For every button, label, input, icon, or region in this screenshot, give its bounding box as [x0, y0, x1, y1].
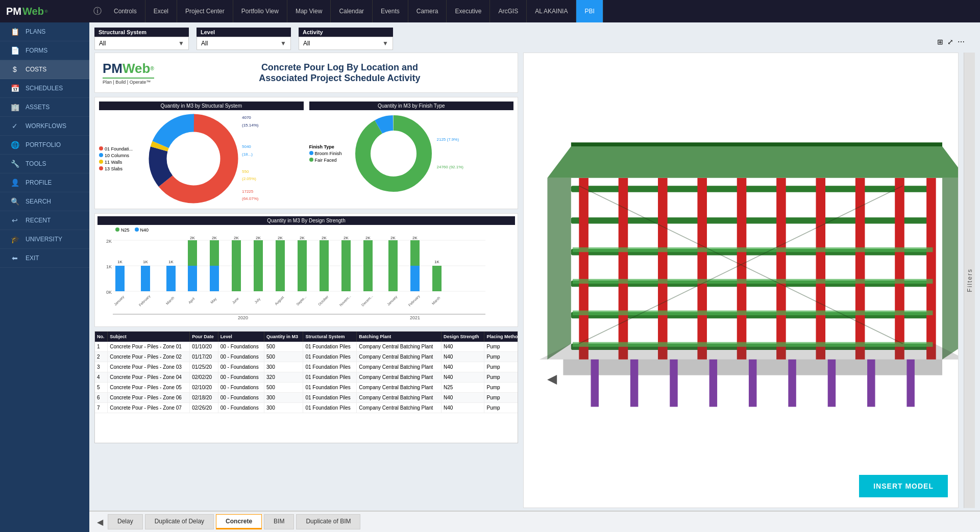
sidebar-item[interactable]: ✓WORKFLOWS: [0, 117, 89, 136]
table-cell: Pump: [484, 383, 518, 393]
logo-area: PMWeb ®: [0, 0, 89, 22]
table-cell: Pump: [484, 372, 518, 383]
bottom-tab[interactable]: Concrete: [216, 514, 262, 529]
expand-icon[interactable]: ⤢: [947, 38, 953, 46]
nav-tabs: ControlsExcelProject CenterPortfolio Vie…: [106, 0, 603, 22]
table-cell: 500: [264, 342, 303, 352]
sidebar-item[interactable]: 📅SCHEDULES: [0, 79, 89, 98]
table-header-cell: Structural System: [303, 332, 357, 342]
nav-tab[interactable]: ArcGIS: [490, 0, 527, 22]
sidebar-item[interactable]: 🌐PORTFOLIO: [0, 136, 89, 155]
nav-tab[interactable]: Camera: [408, 0, 447, 22]
sidebar-item[interactable]: ⬅EXIT: [0, 249, 89, 268]
legend-dot-4: [99, 166, 103, 170]
table-cell: 01 Foundation Piles: [303, 393, 357, 403]
svg-rect-16: [141, 266, 150, 291]
sidebar-item[interactable]: 🎓UNIVERSITY: [0, 230, 89, 249]
nav-tab[interactable]: Map View: [287, 0, 331, 22]
sidebar-icon: 🎓: [10, 235, 19, 243]
bottom-tab[interactable]: Duplicate of Delay: [145, 514, 214, 529]
sidebar-item[interactable]: 📋PLANS: [0, 22, 89, 41]
sidebar-icon: 📅: [10, 84, 19, 92]
svg-point-7: [376, 136, 411, 171]
nav-tab[interactable]: Executive: [447, 0, 490, 22]
nav-tab[interactable]: Calendar: [331, 0, 373, 22]
insert-model-button[interactable]: INSERT MODEL: [859, 475, 948, 497]
sidebar-label: PORTFOLIO: [26, 141, 61, 148]
svg-rect-79: [816, 178, 825, 359]
svg-rect-38: [363, 240, 373, 291]
legend-dot-2: [99, 153, 103, 157]
finish-labels: 2125 (7.9%) 24760 (92.1%): [437, 136, 463, 171]
table-cell: 00 - Foundations: [218, 403, 264, 413]
more-icon[interactable]: ⋯: [958, 38, 965, 46]
model-box: ◀ INSERT MODEL: [523, 53, 959, 508]
table-cell: Pump: [484, 342, 518, 352]
sidebar-item[interactable]: 📄FORMS: [0, 41, 89, 60]
svg-text:January: January: [113, 295, 126, 307]
nav-tab[interactable]: PBI: [576, 0, 603, 22]
sidebar-item[interactable]: 🏢ASSETS: [0, 98, 89, 117]
svg-rect-73: [579, 178, 589, 359]
nav-tab[interactable]: Controls: [106, 0, 145, 22]
bottom-tabs-list: DelayDuplicate of DelayConcreteBIMDuplic…: [108, 514, 360, 529]
svg-text:◀: ◀: [547, 372, 557, 386]
right-panel: ◀ INSERT MODEL: [523, 53, 959, 508]
table-cell: Pump: [484, 393, 518, 403]
svg-text:2020: 2020: [238, 315, 248, 320]
pmweb-logo-box: PMWeb® Plan | Build | Operate™: [100, 58, 157, 87]
table-cell: 01 Foundation Piles: [303, 372, 357, 383]
bottom-tab[interactable]: Delay: [108, 514, 143, 529]
bottom-tab[interactable]: BIM: [264, 514, 294, 529]
table-cell: N40: [442, 372, 484, 383]
filter-select[interactable]: All ▼: [299, 37, 393, 50]
bottom-tabs: ◀ DelayDuplicate of DelayConcreteBIMDupl…: [89, 511, 980, 532]
filter-toolbar-icon[interactable]: ⊞: [937, 38, 943, 46]
filter-select[interactable]: All ▼: [197, 37, 291, 50]
nav-tab[interactable]: Project Center: [177, 0, 233, 22]
structural-labels: 4070(15.14%) 5040(18...) 550(2.05%) 1722…: [242, 114, 258, 202]
table-header-cell: Level: [218, 332, 264, 342]
svg-rect-82: [926, 178, 936, 359]
sidebar-item[interactable]: 🔍SEARCH: [0, 192, 89, 211]
sidebar-item[interactable]: ↩RECENT: [0, 211, 89, 230]
nav-tab[interactable]: Events: [373, 0, 408, 22]
table-row: 3Concrete Pour - Piles - Zone 0301/25/20…: [95, 362, 518, 372]
svg-rect-28: [254, 240, 263, 291]
sidebar-label: COSTS: [26, 66, 46, 73]
bottom-tab[interactable]: Duplicate of BIM: [296, 514, 360, 529]
sidebar-icon: 🔍: [10, 197, 19, 206]
sidebar-label: EXIT: [26, 255, 39, 262]
tabs-nav-left[interactable]: ◀: [94, 517, 106, 527]
table-cell: 01 Foundation Piles: [303, 352, 357, 362]
table-cell: Pump: [484, 352, 518, 362]
svg-rect-98: [573, 310, 933, 315]
finish-legend: Finish Type Broom Finish Fair Faced: [309, 144, 350, 163]
sidebar-item[interactable]: 🔧TOOLS: [0, 155, 89, 173]
svg-marker-83: [547, 146, 958, 178]
nav-tab[interactable]: Portfolio View: [233, 0, 287, 22]
svg-rect-89: [630, 359, 638, 407]
filter-select[interactable]: All ▼: [94, 37, 189, 50]
table-header-cell: Batching Plant: [357, 332, 442, 342]
info-icon[interactable]: ⓘ: [89, 6, 106, 17]
sidebar-label: RECENT: [26, 217, 51, 224]
svg-rect-93: [788, 359, 796, 407]
table-cell: 01 Foundation Piles: [303, 362, 357, 372]
sidebar-item[interactable]: 👤PROFILE: [0, 173, 89, 192]
structural-donut-svg: [148, 113, 239, 205]
svg-text:2K: 2K: [365, 236, 371, 240]
nav-tab[interactable]: AL AKAINIA: [527, 0, 576, 22]
svg-rect-45: [432, 266, 442, 291]
svg-rect-26: [232, 240, 241, 291]
svg-text:March: March: [165, 296, 175, 306]
nav-tab[interactable]: Excel: [145, 0, 177, 22]
filters-side-panel[interactable]: Filters: [964, 53, 975, 508]
svg-rect-99: [573, 278, 933, 283]
svg-rect-78: [776, 178, 786, 359]
bar-chart-svg-container: 2K 1K 0K 1K 1K: [97, 235, 515, 324]
table-cell: Concrete Pour - Piles - Zone 05: [108, 383, 190, 393]
chevron-down-icon: ▼: [382, 40, 388, 47]
sidebar-item[interactable]: $COSTS: [0, 60, 89, 79]
table-cell: 02/26/20: [190, 403, 218, 413]
